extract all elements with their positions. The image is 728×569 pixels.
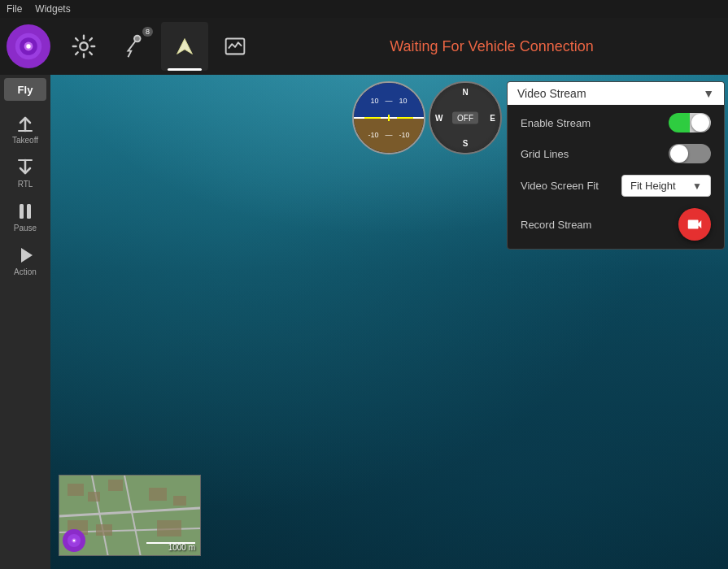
video-panel-body: Enable Stream Grid Lines Video Screen Fi… [508, 105, 724, 249]
video-panel-header[interactable]: Video Stream ▼ [508, 82, 724, 105]
grid-lines-toggle[interactable] [669, 144, 711, 163]
svg-rect-10 [27, 204, 31, 219]
svg-rect-22 [108, 480, 123, 491]
toolbar: 8 Waiting For Vehicle Connection [0, 18, 728, 75]
compass-south: S [463, 139, 469, 148]
menu-bar: File Widgets [0, 0, 728, 18]
minimap-scale-label: 1000 m [168, 543, 195, 552]
svg-rect-20 [68, 484, 84, 496]
svg-rect-23 [149, 488, 167, 501]
record-stream-button[interactable] [678, 208, 711, 241]
svg-rect-21 [88, 492, 100, 502]
minimap-logo [63, 529, 85, 552]
minimap-inner: 1000 m [59, 476, 200, 555]
attitude-indicator[interactable]: 10 — 10 -10 — -10 [352, 81, 425, 154]
enable-stream-toggle[interactable] [669, 113, 711, 132]
action-button[interactable]: Action [4, 239, 46, 281]
pause-button[interactable]: Pause [4, 195, 46, 237]
video-screen-fit-row: Video Screen Fit Fit Height ▼ [521, 175, 711, 197]
takeoff-button[interactable]: Takeoff [4, 107, 46, 150]
svg-point-6 [135, 37, 140, 41]
svg-rect-27 [157, 520, 181, 536]
enable-stream-label: Enable Stream [521, 117, 591, 129]
connection-status: Waiting For Vehicle Connection [262, 38, 721, 55]
video-area: 10 — 10 -10 — -10 [50, 75, 728, 569]
enable-stream-row: Enable Stream [521, 113, 711, 132]
record-stream-row: Record Stream [521, 208, 711, 241]
fly-button[interactable]: Fly [4, 78, 46, 101]
video-panel-title: Video Stream [517, 87, 586, 100]
svg-marker-11 [21, 248, 33, 263]
record-stream-label: Record Stream [521, 219, 591, 231]
compass-west: W [435, 114, 442, 123]
takeoff-label: Takeoff [12, 136, 38, 145]
compass-north: N [462, 88, 468, 97]
svg-point-4 [80, 42, 87, 50]
plan-badge: 8 [142, 27, 153, 37]
left-sidebar: Fly Takeoff RTL Pause [0, 75, 50, 569]
minimap[interactable]: 1000 m [59, 475, 201, 556]
svg-rect-24 [173, 496, 186, 506]
panel-chevron-icon: ▼ [703, 87, 714, 100]
action-label: Action [14, 267, 37, 276]
toggle-thumb [691, 114, 709, 132]
main-area: Fly Takeoff RTL Pause [0, 75, 728, 569]
video-screen-fit-value: Fit Height [630, 180, 676, 192]
toggle-thumb-grid [670, 145, 688, 163]
compass-east: E [490, 114, 495, 123]
compass-off-label: OFF [452, 112, 478, 124]
rtl-button[interactable]: RTL [4, 151, 46, 193]
grid-lines-label: Grid Lines [521, 148, 569, 160]
menu-file[interactable]: File [7, 3, 22, 15]
compass[interactable]: N S E W OFF [429, 81, 502, 154]
toolbar-settings-button[interactable] [60, 22, 107, 71]
dropdown-arrow-icon: ▼ [692, 180, 702, 192]
video-stream-panel: Video Stream ▼ Enable Stream Grid Lines [507, 81, 725, 250]
pause-label: Pause [14, 224, 37, 232]
toolbar-plan-button[interactable]: 8 [111, 22, 158, 71]
rtl-label: RTL [18, 180, 33, 189]
toolbar-analyze-button[interactable] [211, 22, 259, 71]
menu-widgets[interactable]: Widgets [35, 3, 70, 15]
app-logo[interactable] [7, 24, 50, 68]
toolbar-fly-button[interactable] [161, 22, 208, 71]
svg-point-3 [26, 44, 30, 48]
svg-rect-9 [20, 204, 24, 219]
video-screen-fit-dropdown[interactable]: Fit Height ▼ [621, 175, 711, 197]
svg-point-30 [73, 540, 76, 542]
grid-lines-row: Grid Lines [521, 144, 711, 163]
att-crosshair [354, 83, 424, 153]
svg-rect-26 [96, 524, 112, 536]
instruments-panel: 10 — 10 -10 — -10 [352, 81, 502, 154]
video-screen-fit-label: Video Screen Fit [521, 180, 599, 192]
